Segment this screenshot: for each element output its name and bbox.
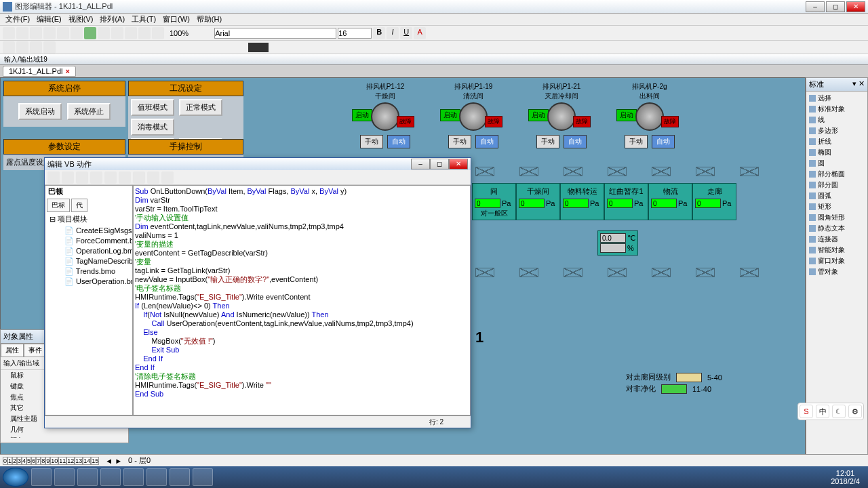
vb-minimize-button[interactable]: – xyxy=(411,159,430,169)
menu-tools[interactable]: 工具(T) xyxy=(129,14,159,25)
vb-module-item[interactable]: 📄 OperationLog.bmo xyxy=(55,246,130,256)
fan-auto-button[interactable]: 自动 xyxy=(387,135,410,148)
vb-tool-icon[interactable] xyxy=(147,171,159,184)
layer-button[interactable]: 15 xyxy=(91,457,99,465)
vb-module-item[interactable]: 📄 CreateESigMsgs.t xyxy=(55,226,130,236)
layer-button[interactable]: 12 xyxy=(66,457,75,465)
menu-file[interactable]: 文件(F) xyxy=(3,14,33,25)
tab-properties[interactable]: 属性 xyxy=(1,344,24,357)
vb-project-tree[interactable]: 巴顿 巴标代 ⊟ 项目模块 📄 CreateESigMsgs.t📄 ForceC… xyxy=(45,185,133,415)
taskbar-app-icon[interactable] xyxy=(54,468,75,486)
paste-icon[interactable] xyxy=(71,27,83,39)
font-name-input[interactable] xyxy=(214,28,336,39)
object-tree-item[interactable]: 圆 xyxy=(808,158,866,169)
copy-icon[interactable] xyxy=(57,27,69,39)
vb-close-button[interactable]: ✕ xyxy=(449,159,468,169)
value-input[interactable] xyxy=(600,243,626,253)
menu-view[interactable]: 视图(V) xyxy=(66,14,96,25)
object-tree-item[interactable]: 静态文本 xyxy=(808,223,866,234)
taskbar-app-icon[interactable] xyxy=(193,468,213,486)
zoom-in-icon[interactable] xyxy=(138,27,151,39)
room-value-input[interactable] xyxy=(651,199,677,208)
layer-button[interactable]: 2 xyxy=(12,457,17,465)
vb-tool-icon[interactable] xyxy=(47,171,60,184)
vb-module-item[interactable]: 📄 ForceComment.bmo xyxy=(55,236,130,246)
tab-close-icon[interactable]: × xyxy=(66,67,70,75)
object-tree-item[interactable]: 部分椭圆 xyxy=(808,169,866,180)
tool-icon[interactable] xyxy=(3,41,15,54)
room-value-input[interactable] xyxy=(519,199,545,208)
menu-edit[interactable]: 编辑(E) xyxy=(34,14,64,25)
vb-module-item[interactable]: 📄 Trends.bmo xyxy=(55,266,130,277)
cut-icon[interactable] xyxy=(43,27,56,39)
vb-tool-icon[interactable] xyxy=(90,171,102,184)
fan-start-button[interactable]: 启动 xyxy=(440,109,460,121)
maximize-button[interactable]: ◻ xyxy=(826,1,845,12)
taskbar-app-icon[interactable] xyxy=(77,468,98,486)
vb-tool-icon[interactable] xyxy=(76,171,88,184)
ime-icon[interactable]: S xyxy=(800,405,813,418)
fan-start-button[interactable]: 启动 xyxy=(616,109,637,121)
redo-icon[interactable] xyxy=(111,27,123,39)
object-tree-item[interactable]: 圆弧 xyxy=(808,190,866,201)
taskbar-app-icon[interactable] xyxy=(146,468,167,486)
object-tree-item[interactable]: 标准对象 xyxy=(808,104,866,115)
fan-auto-button[interactable]: 自动 xyxy=(652,135,675,148)
object-tree-item[interactable]: 矩形 xyxy=(808,201,866,212)
vb-module-item[interactable]: 📄 TagNameDescrible.t xyxy=(55,256,130,266)
open-icon[interactable] xyxy=(16,27,28,39)
fan-start-button[interactable]: 启动 xyxy=(352,109,372,121)
layer-button[interactable]: 0 xyxy=(3,457,7,465)
ime-icon[interactable]: ⚙ xyxy=(848,405,862,418)
mode-button[interactable]: 值班模式 xyxy=(131,99,174,116)
save-icon[interactable] xyxy=(30,27,42,39)
property-item[interactable]: 颜色 xyxy=(1,435,128,438)
vb-code-editor[interactable]: Sub OnLButtonDown(ByVal Item, ByVal Flag… xyxy=(133,185,471,415)
vb-tool-icon[interactable] xyxy=(161,171,174,184)
layer-button[interactable]: 13 xyxy=(75,457,83,465)
object-tree-item[interactable]: 智能对象 xyxy=(808,245,866,256)
fan-manual-button[interactable]: 手动 xyxy=(448,135,471,148)
font-size-input[interactable] xyxy=(338,28,372,39)
object-tree-item[interactable]: 多边形 xyxy=(808,125,866,136)
bold-icon[interactable]: B xyxy=(373,27,385,39)
close-button[interactable]: ✕ xyxy=(846,1,865,12)
object-tree-item[interactable]: 选择 xyxy=(808,93,866,104)
object-tree-item[interactable]: 椭圆 xyxy=(808,147,866,158)
vb-tool-icon[interactable] xyxy=(104,171,117,184)
system-stop-button[interactable]: 系统停止 xyxy=(67,103,111,120)
fan-start-button[interactable]: 启动 xyxy=(528,109,549,121)
grid-icon[interactable] xyxy=(125,27,137,39)
layer-button[interactable]: 3 xyxy=(17,457,22,465)
zoom-value[interactable]: 100% xyxy=(165,29,193,37)
fan-manual-button[interactable]: 手动 xyxy=(536,135,559,148)
taskbar-app-icon[interactable] xyxy=(100,468,121,486)
panel-controls[interactable]: ▾ ✕ xyxy=(852,79,865,89)
new-icon[interactable] xyxy=(3,27,15,39)
vb-tool-icon[interactable] xyxy=(119,171,131,184)
taskbar-app-icon[interactable] xyxy=(123,468,144,486)
tool-icon[interactable] xyxy=(30,41,42,54)
italic-icon[interactable]: I xyxy=(387,27,399,39)
object-tree-item[interactable]: 线 xyxy=(808,115,866,125)
layer-button[interactable]: 14 xyxy=(83,457,91,465)
menu-arrange[interactable]: 排列(A) xyxy=(97,14,127,25)
layer-button[interactable]: 11 xyxy=(58,457,66,465)
ime-icon[interactable]: ☾ xyxy=(832,405,846,418)
fan-manual-button[interactable]: 手动 xyxy=(625,135,648,148)
vb-tool-icon[interactable] xyxy=(62,171,74,184)
object-tree-item[interactable]: 连接器 xyxy=(808,234,866,245)
tool-icon[interactable] xyxy=(43,41,56,54)
menu-window[interactable]: 窗口(W) xyxy=(160,14,193,25)
tool-icon[interactable] xyxy=(16,41,28,54)
undo-icon[interactable] xyxy=(98,27,110,39)
font-color-icon[interactable]: A xyxy=(414,27,426,39)
object-tree-item[interactable]: 窗口对象 xyxy=(808,256,866,266)
object-tree-item[interactable]: 折线 xyxy=(808,136,866,147)
document-tab[interactable]: 1KJ1-1_ALL.Pdl × xyxy=(3,66,76,77)
object-tree-item[interactable]: 管对象 xyxy=(808,266,866,277)
room-value-input[interactable] xyxy=(563,199,589,208)
vb-maximize-button[interactable]: ◻ xyxy=(430,159,449,169)
system-tray[interactable]: 12:01 2018/2/4 xyxy=(825,469,865,485)
vb-module-item[interactable]: 📄 UserOperation.bmo xyxy=(55,277,130,287)
